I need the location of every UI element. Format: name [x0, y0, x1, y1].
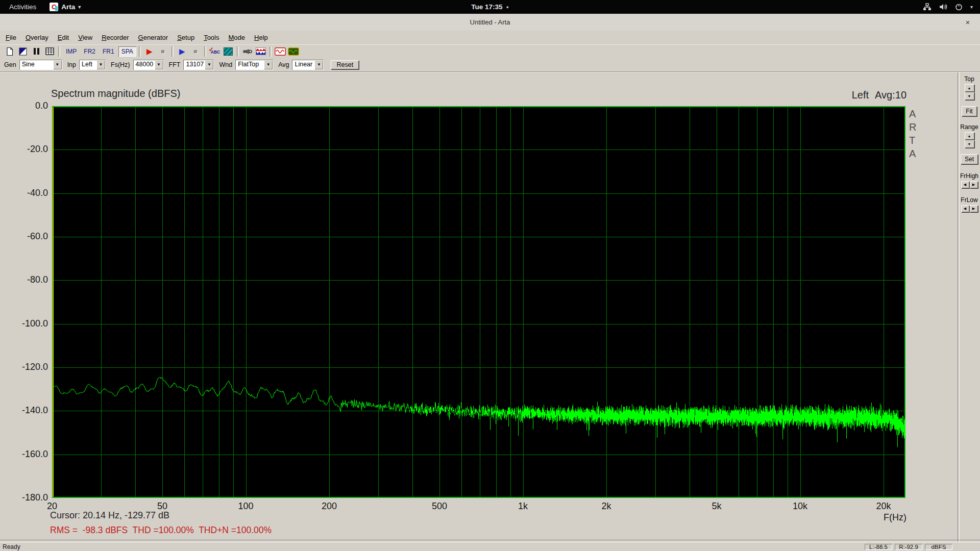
system-status-area[interactable]: ▾ — [923, 3, 980, 11]
cursor-readout: Cursor: 20.14 Hz, -129.77 dB — [50, 510, 169, 521]
avg-value: Linear — [292, 60, 314, 70]
table-view-button[interactable] — [43, 46, 56, 57]
calibrate-button[interactable]: ✓ ABC — [208, 46, 222, 57]
fit-button[interactable]: Fit — [962, 106, 976, 116]
x-tick-label: 10k — [793, 501, 807, 512]
chevron-down-icon[interactable]: ▼ — [205, 60, 213, 69]
frlow-increase-button[interactable]: ▶ — [970, 205, 978, 212]
avg-select[interactable]: Linear ▼ — [292, 60, 324, 70]
menu-item-help[interactable]: Help — [250, 32, 273, 43]
fft-select[interactable]: 131072 ▼ — [183, 60, 214, 70]
menu-item-overlay[interactable]: Overlay — [21, 32, 53, 43]
rms-readout: RMS = -98.3 dBFS THD =100.00% THD+N =100… — [50, 525, 272, 536]
frlow-decrease-button[interactable]: ◀ — [961, 205, 969, 212]
generator-start-button[interactable]: ▶ — [176, 46, 189, 57]
power-icon — [954, 3, 963, 11]
mode-button-imp[interactable]: IMP — [63, 46, 80, 57]
sine-generator-button[interactable] — [274, 46, 287, 57]
spectrum-analyzer-button[interactable] — [287, 46, 300, 57]
toolbar-separator — [139, 46, 141, 57]
clock-button[interactable]: Tue 17:35 ● — [471, 3, 509, 11]
mode-button-fr2[interactable]: FR2 — [81, 46, 99, 57]
status-bar-groove — [0, 540, 980, 542]
x-tick-label: 2k — [601, 501, 611, 512]
frhigh-decrease-button[interactable]: ◀ — [961, 181, 969, 188]
chevron-down-icon[interactable]: ▼ — [314, 60, 323, 69]
pause-button[interactable] — [30, 46, 43, 57]
diagonal-hatch-icon — [224, 47, 233, 56]
channel-label: Left — [852, 89, 869, 101]
fft-label: FFT — [169, 61, 181, 68]
set-button[interactable]: Set — [961, 154, 978, 164]
mode-button-spa[interactable]: SPA — [118, 46, 136, 57]
y-tick-label: -160.0 — [0, 449, 48, 460]
toolbar-separator — [204, 46, 206, 57]
range-down-button[interactable]: ▼ — [965, 140, 974, 148]
chart-title: Spectrum magnitude (dBFS) — [51, 88, 180, 99]
chevron-down-icon[interactable]: ▼ — [96, 60, 105, 69]
reset-button[interactable]: Reset — [331, 60, 359, 69]
menu-item-file[interactable]: File — [1, 32, 21, 43]
notification-dot-icon: ● — [506, 5, 508, 10]
record-stop-button[interactable]: ■ — [156, 46, 169, 57]
watermark-letter: A — [909, 147, 916, 160]
status-bar: Ready L:-88.5 R:-92.9 dBFS — [0, 542, 980, 551]
menu-item-recorder[interactable]: Recorder — [97, 32, 133, 43]
unit-indicator: dBFS — [925, 544, 952, 550]
mode-button-fr1[interactable]: FR1 — [100, 46, 117, 57]
fs-label: Fs(Hz) — [111, 61, 130, 68]
chevron-down-icon[interactable]: ▼ — [155, 60, 163, 69]
arta-application: Activities C Arta ▾ Tue 17:35 ● — [0, 0, 980, 551]
y-tick-label: 0.0 — [0, 101, 48, 111]
close-icon[interactable]: × — [962, 16, 974, 28]
top-up-button[interactable]: ▲ — [965, 84, 974, 92]
abc-check-icon: ✓ ABC — [209, 47, 221, 56]
record-start-button[interactable]: ▶ — [143, 46, 156, 57]
menu-item-view[interactable]: View — [74, 32, 97, 43]
top-down-button[interactable]: ▼ — [965, 92, 974, 100]
chevron-down-icon[interactable]: ▼ — [53, 60, 62, 69]
y-tick-label: -140.0 — [0, 405, 48, 416]
smoothing-button[interactable] — [222, 46, 235, 57]
frlow-label: FrLow — [961, 196, 977, 204]
menu-item-mode[interactable]: Mode — [224, 32, 250, 43]
green-sine-icon — [288, 47, 299, 56]
flashlight-icon — [243, 48, 252, 55]
gen-label: Gen — [4, 61, 16, 68]
app-menu-button[interactable]: C Arta ▾ — [50, 3, 81, 11]
spectrum-plot[interactable] — [52, 106, 905, 498]
microphone-button[interactable] — [241, 46, 254, 57]
chevron-down-icon[interactable]: ▼ — [264, 60, 273, 69]
arta-logo-icon: C — [50, 3, 58, 11]
watermark-letter: A — [909, 107, 916, 120]
range-up-button[interactable]: ▲ — [965, 132, 974, 140]
watermark-letter: T — [909, 134, 915, 147]
gen-select[interactable]: Sine ▼ — [19, 60, 62, 70]
menu-item-generator[interactable]: Generator — [134, 32, 173, 43]
wnd-select[interactable]: FlatTop ▼ — [235, 60, 273, 70]
toolbar-separator — [58, 46, 60, 57]
activities-button[interactable]: Activities — [5, 2, 40, 12]
toolbar-separator — [237, 46, 239, 57]
x-tick-label: 500 — [432, 501, 447, 512]
inp-select[interactable]: Left ▼ — [79, 60, 106, 70]
waveform-icon — [256, 47, 266, 55]
menu-item-edit[interactable]: Edit — [53, 32, 74, 43]
y-tick-label: -180.0 — [0, 492, 48, 503]
clock-label: Tue 17:35 — [471, 3, 502, 11]
generator-stop-button[interactable]: ■ — [189, 46, 202, 57]
frhigh-increase-button[interactable]: ▶ — [970, 181, 978, 188]
avg-label: Avg — [278, 61, 289, 68]
window-title-bar[interactable]: Untitled - Arta × — [0, 14, 980, 31]
inp-value: Left — [79, 60, 96, 70]
menu-item-setup[interactable]: Setup — [173, 32, 199, 43]
measurement-controls-bar: Gen Sine ▼ Inp Left ▼ Fs(Hz) 48000 ▼ FFT… — [0, 58, 980, 72]
mode-button-group: IMPFR2FR1SPA — [62, 46, 137, 57]
overlay-button[interactable] — [16, 46, 30, 57]
signal-record-button[interactable] — [254, 46, 267, 57]
generator-stop-icon: ■ — [193, 47, 198, 55]
fs-select[interactable]: 48000 ▼ — [133, 60, 164, 70]
menu-item-tools[interactable]: Tools — [199, 32, 224, 43]
spectrum-canvas[interactable] — [52, 106, 905, 498]
new-file-button[interactable] — [3, 46, 16, 57]
